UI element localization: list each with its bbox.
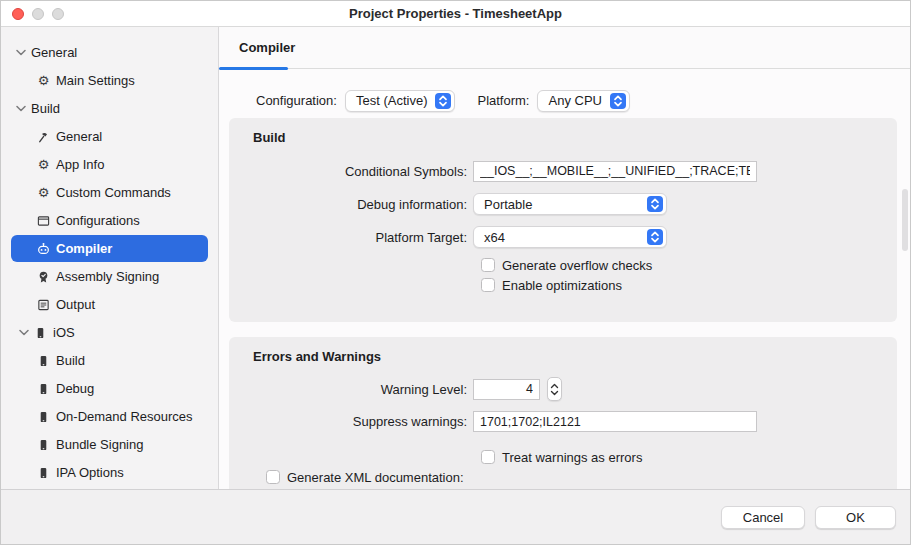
conditional-symbols-input[interactable] xyxy=(473,161,757,182)
stepper-down-icon xyxy=(550,390,559,396)
sidebar-item-app-info[interactable]: ⚙ App Info xyxy=(11,151,208,178)
generate-xml-documentation-label: Generate XML documentation: xyxy=(287,470,464,485)
build-section-title: Build xyxy=(229,118,897,146)
zoom-button[interactable] xyxy=(52,8,64,20)
tab-bar: Compiler xyxy=(219,27,910,69)
sidebar-item-compiler[interactable]: Compiler xyxy=(11,235,208,262)
vertical-scrollbar[interactable] xyxy=(902,189,908,251)
phone-icon xyxy=(37,466,50,480)
conditional-symbols-label: Conditional Symbols: xyxy=(229,164,473,179)
settings-scroll-area: Configuration: Test (Active) Platform: A… xyxy=(219,69,910,489)
close-button[interactable] xyxy=(12,8,24,20)
gear-icon: ⚙ xyxy=(37,74,50,87)
errors-section-title: Errors and Warnings xyxy=(229,337,897,365)
popup-chevrons-icon xyxy=(610,93,626,109)
configuration-label: Configuration: xyxy=(256,93,337,108)
chevron-down-icon[interactable] xyxy=(16,105,26,112)
titlebar: Project Properties - TimesheetApp xyxy=(1,1,910,27)
sidebar-item-custom-commands[interactable]: ⚙ Custom Commands xyxy=(11,179,208,206)
debug-information-label: Debug information: xyxy=(229,197,473,212)
suppress-warnings-label: Suppress warnings: xyxy=(229,414,473,429)
phone-icon xyxy=(37,438,50,452)
suppress-warnings-input[interactable] xyxy=(473,411,757,432)
rosette-icon xyxy=(37,270,50,284)
phone-icon xyxy=(37,410,50,424)
sidebar-item-bundle-signing[interactable]: Bundle Signing xyxy=(11,431,208,458)
treat-warnings-as-errors-label: Treat warnings as errors xyxy=(502,450,642,465)
phone-icon xyxy=(37,354,50,368)
sidebar-item-configurations[interactable]: Configurations xyxy=(11,207,208,234)
sidebar-item-ios[interactable]: iOS xyxy=(11,319,208,346)
robot-icon xyxy=(37,242,50,256)
chevron-down-icon[interactable] xyxy=(19,329,29,336)
phone-icon xyxy=(37,382,50,396)
generate-overflow-checks-checkbox[interactable] xyxy=(481,258,495,272)
document-icon xyxy=(37,298,50,312)
platform-dropdown[interactable]: Any CPU xyxy=(537,90,629,112)
sidebar-item-on-demand-resources[interactable]: On-Demand Resources xyxy=(11,403,208,430)
generate-overflow-checks-label: Generate overflow checks xyxy=(502,258,652,273)
hammer-icon xyxy=(37,130,50,144)
phone-icon xyxy=(34,326,47,340)
sidebar-item-general[interactable]: General xyxy=(11,39,208,66)
enable-optimizations-checkbox[interactable] xyxy=(481,278,495,292)
errors-and-warnings-section: Errors and Warnings Warning Level: Suppr… xyxy=(229,337,897,489)
project-properties-window: Project Properties - TimesheetApp Genera… xyxy=(0,0,911,545)
settings-sidebar: General ⚙ Main Settings Build General ⚙ … xyxy=(1,27,219,489)
compiler-page: Compiler Configuration: Test (Active) Pl… xyxy=(219,27,910,489)
warning-level-input[interactable] xyxy=(473,379,540,400)
minimize-button[interactable] xyxy=(32,8,44,20)
sidebar-item-build[interactable]: Build xyxy=(11,95,208,122)
popup-chevrons-icon xyxy=(435,93,451,109)
sidebar-item-ios-build[interactable]: Build xyxy=(11,347,208,374)
gear-icon: ⚙ xyxy=(37,186,50,199)
gear-icon: ⚙ xyxy=(37,158,50,171)
configuration-dropdown[interactable]: Test (Active) xyxy=(345,90,456,112)
enable-optimizations-label: Enable optimizations xyxy=(502,278,622,293)
build-section: Build Conditional Symbols: Debug informa… xyxy=(229,118,897,322)
cancel-button[interactable]: Cancel xyxy=(721,506,805,529)
warning-level-label: Warning Level: xyxy=(229,382,473,397)
sidebar-item-ios-debug[interactable]: Debug xyxy=(11,375,208,402)
sidebar-item-main-settings[interactable]: ⚙ Main Settings xyxy=(11,67,208,94)
generate-xml-documentation-checkbox[interactable] xyxy=(266,470,280,484)
debug-information-dropdown[interactable]: Portable xyxy=(473,193,667,215)
popup-chevrons-icon xyxy=(647,196,663,212)
window-title: Project Properties - TimesheetApp xyxy=(349,6,562,21)
sidebar-item-build-general[interactable]: General xyxy=(11,123,208,150)
platform-target-dropdown[interactable]: x64 xyxy=(473,226,667,248)
platform-label: Platform: xyxy=(477,93,529,108)
window-icon xyxy=(37,214,50,228)
chevron-down-icon[interactable] xyxy=(16,49,26,56)
tab-compiler[interactable]: Compiler xyxy=(239,40,295,55)
sidebar-item-assembly-signing[interactable]: Assembly Signing xyxy=(11,263,208,290)
ok-button[interactable]: OK xyxy=(815,506,896,529)
warning-level-stepper[interactable] xyxy=(547,377,562,401)
treat-warnings-as-errors-checkbox[interactable] xyxy=(481,450,495,464)
sidebar-item-ipa-options[interactable]: IPA Options xyxy=(11,459,208,486)
stepper-up-icon xyxy=(550,383,559,389)
dialog-footer: Cancel OK xyxy=(1,489,910,544)
popup-chevrons-icon xyxy=(647,229,663,245)
platform-target-label: Platform Target: xyxy=(229,230,473,245)
traffic-lights xyxy=(12,8,64,20)
sidebar-item-output[interactable]: Output xyxy=(11,291,208,318)
